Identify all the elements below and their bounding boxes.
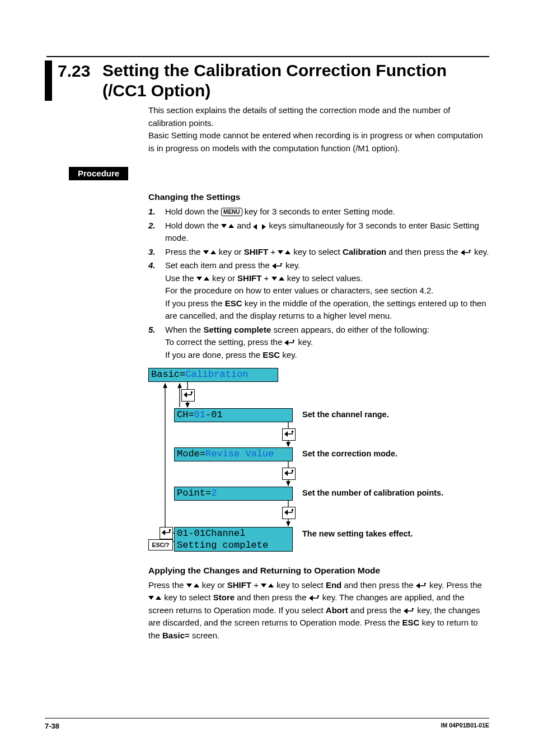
enter-arrow-icon xyxy=(461,250,472,256)
section-title-line1: Setting the Calibration Correction Funct… xyxy=(102,61,447,80)
procedure-badge: Procedure xyxy=(69,167,128,180)
changing-block: Changing the Settings 1. Hold down the M… xyxy=(148,190,489,361)
top-rule xyxy=(46,56,489,57)
lcd-point: Point=2 xyxy=(174,487,293,500)
caption-point: Set the number of calibration points. xyxy=(302,488,443,497)
applying-heading: Applying the Changes and Returning to Op… xyxy=(148,564,489,577)
doc-number: IM 04P01B01-01E xyxy=(441,722,489,730)
lcd-channel: CH=01-01 xyxy=(174,408,293,422)
svg-rect-17 xyxy=(292,431,293,432)
down-up-arrows-icon xyxy=(271,276,285,283)
down-up-arrows-icon xyxy=(203,250,217,256)
enter-arrow-icon xyxy=(284,340,296,347)
esc-key-icon: ESC/? xyxy=(148,539,173,550)
section-number: 7.23 xyxy=(58,60,102,81)
step-3-text: Press the key or SHIFT + key to select C… xyxy=(165,246,489,259)
lcd-mode: Mode=Revise Value xyxy=(174,447,293,461)
changing-heading: Changing the Settings xyxy=(148,190,489,203)
enter-key-icon xyxy=(181,389,195,402)
caption-mode: Set the correction mode. xyxy=(302,449,397,458)
caption-channel: Set the channel range. xyxy=(302,410,389,419)
heading-marker xyxy=(45,60,52,101)
page-number: 7-38 xyxy=(45,722,59,730)
enter-arrow-icon xyxy=(416,583,427,590)
intro-p1: This section explains the details of set… xyxy=(148,104,489,129)
lcd-basic: Basic=Calibration xyxy=(148,368,278,381)
applying-block: Applying the Changes and Returning to Op… xyxy=(148,564,489,642)
enter-key-icon xyxy=(282,468,296,480)
svg-rect-19 xyxy=(292,509,293,511)
section-title-line2: (/CC1 Option) xyxy=(102,81,210,100)
enter-key-icon xyxy=(282,428,296,441)
applying-text: Press the key or SHIFT + key to select E… xyxy=(148,579,489,642)
section-title: Setting the Calibration Correction Funct… xyxy=(102,60,447,101)
step-2-num: 2. xyxy=(148,220,165,245)
down-up-arrows-icon xyxy=(186,583,200,590)
svg-rect-21 xyxy=(424,583,426,584)
step-4-text: Set each item and press the key. Use the… xyxy=(165,259,489,323)
svg-rect-2 xyxy=(293,340,294,341)
lcd-setting-complete: 01-01Channel Setting complete xyxy=(174,527,293,552)
step-5-num: 5. xyxy=(148,324,165,362)
menu-key-icon: MENU xyxy=(221,208,242,216)
svg-rect-16 xyxy=(191,391,193,393)
enter-key-icon xyxy=(160,527,173,539)
step-3-num: 3. xyxy=(148,246,165,259)
svg-rect-22 xyxy=(317,595,319,596)
down-up-arrows-icon xyxy=(278,250,291,256)
enter-arrow-icon xyxy=(272,263,283,270)
svg-rect-1 xyxy=(280,263,282,264)
step-2-text: Hold down the and keys simultaneously fo… xyxy=(165,220,489,245)
steps-list: 1. Hold down the MENU key for 3 seconds … xyxy=(148,206,489,361)
step-5-text: When the Setting complete screen appears… xyxy=(165,324,489,362)
left-right-arrows-icon xyxy=(253,223,266,230)
svg-rect-23 xyxy=(412,608,414,609)
intro-p2: Basic Setting mode cannot be entered whe… xyxy=(148,129,489,155)
step-2: 2. Hold down the and keys simultaneously… xyxy=(148,220,489,245)
intro-text: This section explains the details of set… xyxy=(148,104,489,155)
step-1-text: Hold down the MENU key for 3 seconds to … xyxy=(165,206,489,218)
svg-rect-0 xyxy=(469,250,471,251)
step-5: 5. When the Setting complete screen appe… xyxy=(148,324,489,362)
caption-done: The new setting takes effect. xyxy=(302,529,413,538)
svg-rect-20 xyxy=(169,529,171,531)
section-heading: 7.23 Setting the Calibration Correction … xyxy=(45,60,489,101)
step-4: 4. Set each item and press the key. Use … xyxy=(148,259,489,323)
page-footer: 7-38 IM 04P01B01-01E xyxy=(45,718,489,730)
svg-rect-18 xyxy=(292,470,293,472)
enter-arrow-icon xyxy=(404,608,415,615)
step-1-num: 1. xyxy=(148,206,165,218)
page: 7.23 Setting the Calibration Correction … xyxy=(0,0,534,756)
enter-arrow-icon xyxy=(309,595,320,602)
down-up-arrows-icon xyxy=(221,223,235,230)
down-up-arrows-icon xyxy=(148,595,162,602)
down-up-arrows-icon xyxy=(196,276,210,283)
step-1: 1. Hold down the MENU key for 3 seconds … xyxy=(148,206,489,218)
flow-diagram: Basic=Calibration CH=01-01 Set the chann… xyxy=(148,368,507,553)
enter-key-icon xyxy=(282,507,296,519)
step-4-num: 4. xyxy=(148,259,165,323)
down-up-arrows-icon xyxy=(261,583,274,590)
step-3: 3. Press the key or SHIFT + key to selec… xyxy=(148,246,489,259)
